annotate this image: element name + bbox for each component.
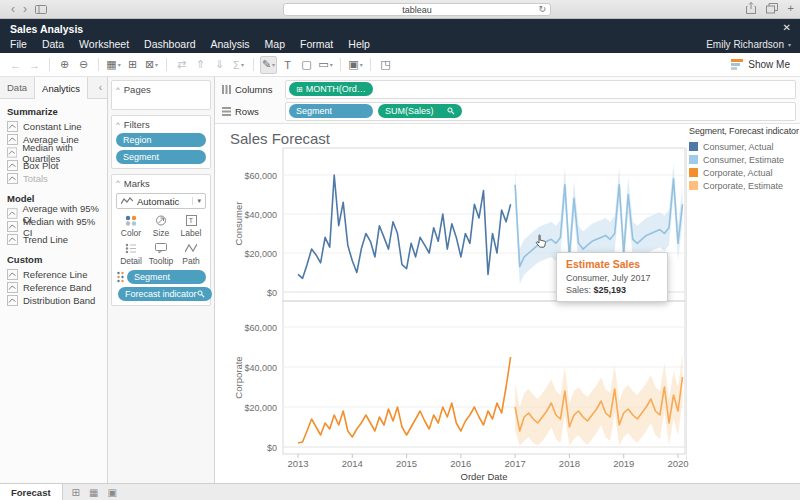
browser-forward-icon[interactable]: › (19, 3, 31, 15)
menu-worksheet[interactable]: Worksheet (79, 38, 129, 50)
new-worksheet-icon[interactable]: ▦▾ (105, 56, 122, 74)
path-icon (185, 243, 197, 254)
collapse-icon: ^ (116, 180, 120, 187)
new-worksheet-icon[interactable]: ⊞ (72, 487, 80, 498)
pages-header[interactable]: ^ Pages (116, 84, 206, 95)
marks-pill-row: Segment (116, 270, 206, 284)
menu-data[interactable]: Data (42, 38, 64, 50)
new-story-icon[interactable]: ▣ (107, 487, 116, 498)
sort-ascending-icon[interactable]: ⇑ (192, 56, 209, 74)
user-menu[interactable]: Emily Richardson ▾ (706, 39, 791, 50)
browser-back-icon[interactable]: ‹ (7, 3, 19, 15)
share-icon[interactable] (746, 2, 756, 14)
shelves: Columns ⊞ MONTH(Order Date) Rows (215, 77, 800, 123)
collapse-pane-icon[interactable]: ‹ (94, 77, 107, 98)
undo-icon[interactable]: ← (7, 56, 24, 74)
marks-pill-segment[interactable]: Segment (127, 270, 206, 284)
totals-icon[interactable]: Σ▾ (230, 56, 247, 74)
detail-button[interactable]: Detail (116, 243, 146, 266)
highlight-icon[interactable]: ✎▾ (260, 56, 277, 74)
detail-icon (125, 243, 137, 254)
section-title-custom: Custom (7, 254, 107, 265)
tooltip-subtitle: Consumer, July 2017 (566, 273, 658, 283)
sidebar-item-reference-line[interactable]: Reference Line (7, 268, 107, 281)
browser-tabs-icon[interactable] (766, 3, 778, 14)
rows-shelf-body[interactable]: Segment SUM(Sales) (285, 102, 796, 121)
analytics-item-icon (7, 173, 18, 184)
view-labels-icon[interactable]: ▣▾ (347, 56, 364, 74)
tab-analytics[interactable]: Analytics (34, 77, 88, 99)
sort-descending-icon[interactable]: ⇓ (211, 56, 228, 74)
columns-shelf-body[interactable]: ⊞ MONTH(Order Date) (285, 80, 796, 99)
forecast-pin-icon (197, 290, 205, 298)
browser-sidebar-icon[interactable] (31, 5, 51, 14)
tooltip-value: Sales: $25,193 (566, 285, 658, 295)
x-tick-label: 2018 (547, 458, 591, 469)
tooltip-button[interactable]: Tooltip (146, 243, 176, 266)
sidebar-item-totals[interactable]: Totals (7, 172, 107, 185)
x-tick-label: 2015 (385, 458, 429, 469)
pill-segment[interactable]: Segment (289, 104, 373, 118)
color-label: Color (121, 228, 141, 238)
x-tick-label: 2020 (656, 458, 700, 469)
pill-text: Segment (296, 106, 332, 116)
redo-icon[interactable]: → (26, 56, 43, 74)
menu-help[interactable]: Help (348, 38, 370, 50)
color-button[interactable]: Color (116, 215, 146, 238)
filters-header[interactable]: ^ Filters (116, 119, 206, 130)
filter-pill-segment[interactable]: Segment (116, 150, 206, 164)
menu-file[interactable]: File (10, 38, 27, 50)
path-button[interactable]: Path (176, 243, 206, 266)
sidebar-item-distribution-band[interactable]: Distribution Band (7, 294, 107, 307)
sales-forecast-chart[interactable] (215, 124, 800, 488)
row-label-corporate: Corporate (233, 338, 244, 418)
cell-size-icon[interactable]: ▭▾ (317, 56, 334, 74)
show-me-button[interactable]: Show Me (731, 59, 794, 70)
duplicate-sheet-icon[interactable]: ⊞ (124, 56, 141, 74)
y-tick-label: $60,000 (231, 323, 277, 333)
sidebar-item-median-with-quartiles[interactable]: Median with Quartiles (7, 146, 107, 159)
new-tab-icon[interactable]: + (788, 2, 794, 14)
analytics-item-icon (7, 234, 18, 245)
menu-analysis[interactable]: Analysis (210, 38, 249, 50)
tableau-window: ‹ › tableau ↻ + Sales Analysis ✕ FileDat… (0, 0, 800, 500)
sidebar-item-reference-band[interactable]: Reference Band (7, 281, 107, 294)
add-datasource-icon[interactable]: ⊕ (56, 56, 73, 74)
pause-updates-icon[interactable]: ⊖ (75, 56, 92, 74)
tooltip-mode-icon[interactable]: ◳ (377, 56, 394, 74)
pill-month-order-date[interactable]: ⊞ MONTH(Order Date) (289, 82, 373, 96)
sidebar-item-constant-line[interactable]: Constant Line (7, 120, 107, 133)
y-tick-label: $0 (231, 288, 277, 298)
menu-map[interactable]: Map (265, 38, 285, 50)
analytics-item-icon (7, 160, 18, 171)
marks-header[interactable]: ^ Marks (116, 178, 206, 189)
label-button[interactable]: T Label (176, 215, 206, 238)
rows-shelf-label: Rows (219, 106, 285, 117)
close-icon[interactable]: ✕ (783, 22, 791, 33)
mark-labels-icon[interactable]: T (279, 56, 296, 74)
pill-sum-sales[interactable]: SUM(Sales) (378, 104, 462, 118)
filter-pill-region[interactable]: Region (116, 133, 206, 147)
marks-pill-forecast-indicator[interactable]: Forecast indicator (118, 287, 212, 301)
clear-sheet-icon[interactable]: ⊠▾ (143, 56, 160, 74)
viz-canvas: Sales Forecast Segment, Forecast indicat… (215, 123, 800, 483)
y-tick-label: $0 (231, 443, 277, 453)
menu-dashboard[interactable]: Dashboard (144, 38, 195, 50)
legend-dots-icon (116, 271, 125, 283)
swap-axes-icon[interactable]: ⇄ (173, 56, 190, 74)
size-button[interactable]: Size (146, 215, 176, 238)
new-dashboard-icon[interactable]: ▦ (89, 487, 98, 498)
tab-data[interactable]: Data (0, 77, 34, 98)
menu-format[interactable]: Format (300, 38, 333, 50)
browser-url-field[interactable]: tableau ↻ (283, 3, 551, 16)
toolbar-separator (253, 58, 254, 71)
sheet-tab-forecast[interactable]: Forecast (0, 484, 63, 500)
filters-label: Filters (124, 119, 150, 130)
marks-card: ^ Marks Automatic ▾ Color Size (111, 174, 211, 306)
detail-label: Detail (120, 256, 142, 266)
fit-edit-icon[interactable]: ▢ (298, 56, 315, 74)
sidebar-item-median-with-95-ci[interactable]: Median with 95% CI (7, 220, 107, 233)
workbook-title: Sales Analysis (10, 23, 83, 35)
mark-type-dropdown[interactable]: Automatic ▾ (116, 193, 206, 209)
refresh-icon[interactable]: ↻ (538, 4, 546, 14)
